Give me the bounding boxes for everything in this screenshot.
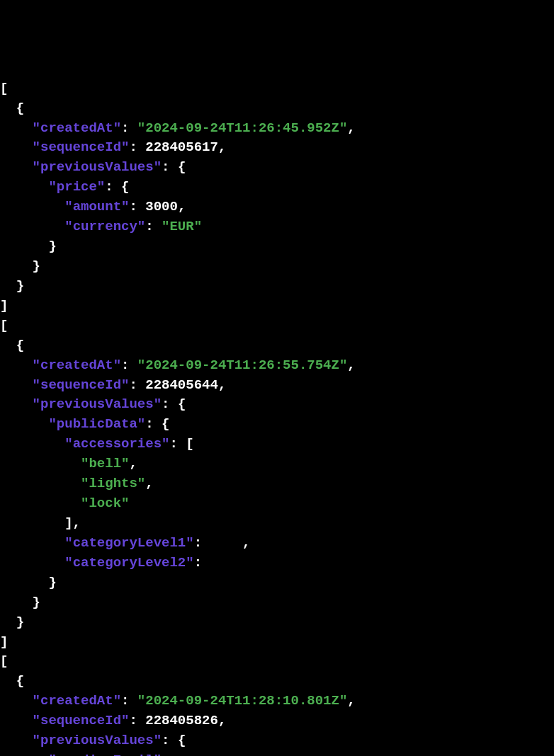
key-sequenceId: "sequenceId" — [33, 713, 130, 728]
key-categoryLevel2: "categoryLevel2" — [64, 555, 193, 571]
value-accessory-2: "lock" — [81, 496, 129, 511]
json-output: [ { "createdAt": "2024-09-24T11:26:45.95… — [0, 79, 554, 756]
bracket-open: [ — [0, 653, 8, 669]
key-accessories: "accessories" — [64, 436, 169, 452]
key-sequenceId: "sequenceId" — [33, 377, 130, 393]
brace-open: { — [16, 101, 24, 116]
value-accessory-1: "lights" — [81, 476, 145, 491]
bracket-open: [ — [0, 318, 8, 333]
value-sequenceId-2: 228405826 — [145, 713, 218, 728]
key-sequenceId: "sequenceId" — [33, 139, 130, 155]
brace-open: { — [16, 673, 24, 689]
bracket-open: [ — [0, 81, 8, 96]
key-createdAt: "createdAt" — [33, 120, 121, 136]
key-previousValues: "previousValues" — [33, 733, 162, 748]
brace-open: { — [16, 338, 24, 353]
value-createdAt-1: "2024-09-24T11:26:55.754Z" — [137, 357, 347, 373]
bracket-close: ] — [0, 634, 8, 650]
key-createdAt: "createdAt" — [33, 693, 121, 709]
value-createdAt-0: "2024-09-24T11:26:45.952Z" — [137, 120, 347, 136]
value-createdAt-2: "2024-09-24T11:28:10.801Z" — [137, 693, 347, 709]
value-amount: 3000 — [145, 199, 178, 214]
key-currency: "currency" — [64, 219, 145, 234]
value-sequenceId-1: 228405644 — [145, 377, 218, 393]
key-price: "price" — [48, 179, 105, 195]
key-previousValues: "previousValues" — [33, 396, 162, 412]
key-publicData: "publicData" — [48, 416, 145, 432]
key-createdAt: "createdAt" — [33, 357, 121, 373]
key-amount: "amount" — [64, 199, 129, 214]
value-currency: "EUR" — [162, 219, 202, 234]
key-previousValues: "previousValues" — [33, 159, 162, 175]
value-sequenceId-0: 228405617 — [145, 139, 218, 155]
value-accessory-0: "bell" — [81, 456, 129, 471]
key-pendingEmail: "pendingEmail" — [48, 752, 162, 756]
key-categoryLevel1: "categoryLevel1" — [64, 535, 193, 551]
bracket-close: ] — [0, 298, 8, 314]
